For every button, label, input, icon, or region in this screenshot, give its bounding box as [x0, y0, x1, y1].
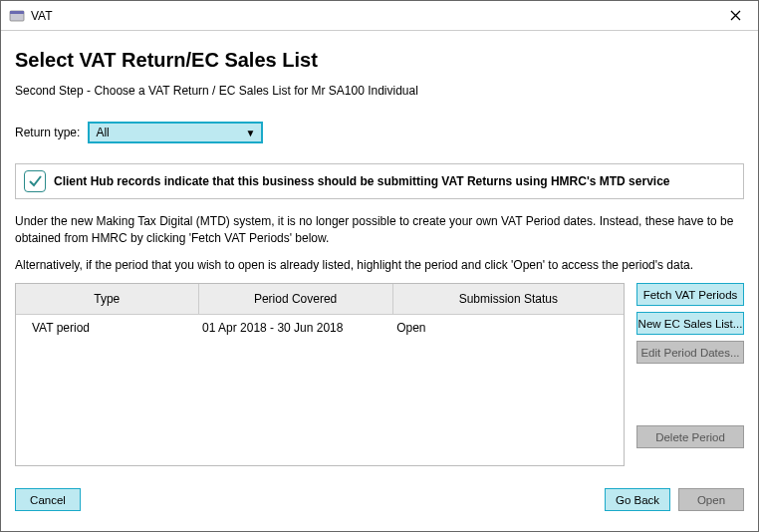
- cell-status: Open: [392, 314, 624, 342]
- return-type-label: Return type:: [15, 126, 80, 139]
- cell-period: 01 Apr 2018 - 30 Jun 2018: [198, 314, 392, 342]
- cell-type: VAT period: [16, 314, 198, 342]
- mtd-info-message: Client Hub records indicate that this bu…: [54, 174, 670, 188]
- return-type-dropdown[interactable]: All ▼: [88, 122, 263, 143]
- delete-period-button[interactable]: Delete Period: [636, 425, 744, 448]
- open-button[interactable]: Open: [678, 488, 744, 511]
- svg-rect-1: [10, 11, 24, 14]
- table-row[interactable]: VAT period 01 Apr 2018 - 30 Jun 2018 Ope…: [16, 314, 624, 342]
- table-header-type[interactable]: Type: [16, 284, 198, 314]
- cancel-button[interactable]: Cancel: [15, 488, 81, 511]
- app-icon: [9, 8, 25, 24]
- body-paragraph-2: Alternatively, if the period that you wi…: [15, 257, 744, 274]
- window-title: VAT: [31, 9, 53, 23]
- table-header-status[interactable]: Submission Status: [392, 284, 624, 314]
- fetch-vat-periods-button[interactable]: Fetch VAT Periods: [636, 283, 744, 306]
- return-type-value: All: [96, 126, 109, 139]
- new-ec-sales-list-button[interactable]: New EC Sales List...: [636, 312, 744, 335]
- page-subtitle: Second Step - Choose a VAT Return / EC S…: [15, 84, 744, 98]
- titlebar: VAT: [1, 1, 758, 31]
- page-title: Select VAT Return/EC Sales List: [15, 49, 744, 72]
- periods-table: Type Period Covered Submission Status VA…: [15, 283, 625, 466]
- table-header-period[interactable]: Period Covered: [198, 284, 392, 314]
- check-icon: [24, 170, 46, 192]
- go-back-button[interactable]: Go Back: [605, 488, 670, 511]
- edit-period-dates-button[interactable]: Edit Period Dates...: [636, 341, 744, 364]
- chevron-down-icon: ▼: [245, 128, 255, 138]
- close-button[interactable]: [720, 1, 750, 31]
- body-paragraph-1: Under the new Making Tax Digital (MTD) s…: [15, 213, 744, 247]
- mtd-info-bar: Client Hub records indicate that this bu…: [15, 163, 744, 199]
